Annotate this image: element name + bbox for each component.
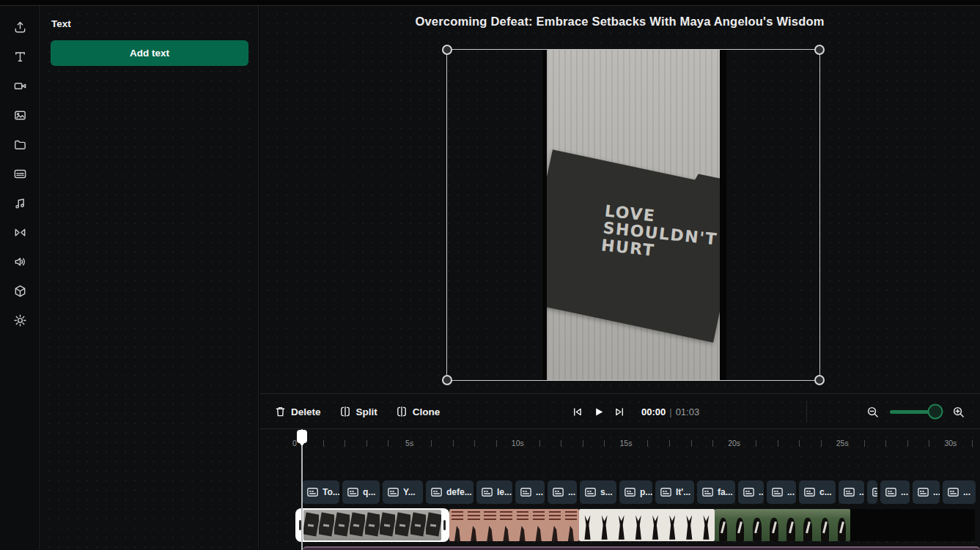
- caption-clip-label: ...: [859, 487, 864, 497]
- video-clip[interactable]: [850, 509, 975, 541]
- time-display: 00:00|01:03: [641, 406, 699, 417]
- video-clip[interactable]: [449, 509, 579, 541]
- caption-clip[interactable]: defe...: [426, 480, 474, 504]
- ruler-label: 5s: [405, 439, 413, 447]
- caption-clip[interactable]: To...: [302, 480, 339, 504]
- play-button[interactable]: [593, 406, 604, 417]
- ruler-label: 25s: [836, 439, 849, 447]
- video-thumbnail: [800, 509, 817, 541]
- caption-clip-label: It'...: [676, 487, 690, 497]
- sidebar-item-voice[interactable]: [5, 250, 34, 273]
- skip-to-end-button[interactable]: [614, 406, 625, 417]
- video-thumbnail: [748, 509, 765, 541]
- video-thumbnail: [833, 509, 850, 541]
- caption-clip[interactable]: q...: [342, 480, 380, 504]
- resize-handle-bottom-left[interactable]: [442, 375, 452, 385]
- sidebar-item-elements[interactable]: [5, 280, 34, 302]
- clone-button[interactable]: Clone: [396, 406, 441, 417]
- video-thumbnail: [850, 509, 975, 541]
- caption-clip[interactable]: le...: [476, 480, 512, 504]
- video-clip[interactable]: [715, 509, 850, 541]
- sidebar-item-media[interactable]: [5, 133, 34, 156]
- delete-button[interactable]: Delete: [275, 406, 321, 417]
- add-text-button[interactable]: Add text: [51, 40, 248, 66]
- caption-clip[interactable]: [867, 480, 877, 504]
- panel-title: Text: [51, 18, 248, 29]
- video-thumbnail: [395, 510, 410, 540]
- caption-clip[interactable]: ...: [913, 480, 940, 504]
- caption-clip[interactable]: ...: [767, 480, 796, 504]
- video-thumbnail: [715, 509, 732, 541]
- sidebar-item-audio[interactable]: [5, 192, 34, 215]
- playhead-handle[interactable]: [297, 430, 307, 443]
- caption-clip[interactable]: fa...: [697, 480, 735, 504]
- captions-icon: [482, 488, 493, 497]
- text-panel: Text Add text: [41, 6, 259, 550]
- zoom-out-icon[interactable]: [866, 406, 879, 418]
- images-icon: [13, 108, 27, 122]
- video-thumbnail: [698, 509, 715, 541]
- video-clip-selected[interactable]: [295, 508, 449, 542]
- ruler-tick: [323, 440, 324, 447]
- zoom-slider-handle[interactable]: [927, 404, 943, 420]
- sidebar-item-captions[interactable]: [5, 163, 34, 185]
- zoom-slider[interactable]: [890, 410, 941, 414]
- ruler-tick: [885, 440, 886, 447]
- elements-icon: [13, 284, 27, 298]
- caption-clip[interactable]: ...: [943, 480, 976, 504]
- captions-icon: [520, 488, 531, 497]
- caption-clip[interactable]: ...: [880, 480, 910, 504]
- preview-canvas[interactable]: Overcoming Defeat: Embrace Setbacks With…: [259, 6, 980, 393]
- video-thumbnail: [732, 509, 748, 541]
- selection-box[interactable]: LOVE SHOULDN'T HURT: [446, 49, 820, 381]
- ruler-tick: [864, 440, 865, 447]
- resize-handle-bottom-right[interactable]: [814, 375, 825, 385]
- current-time: 00:00: [641, 406, 666, 417]
- captions-icon: [702, 488, 713, 497]
- sidebar-item-upload[interactable]: [5, 16, 34, 39]
- caption-clip[interactable]: p...: [619, 480, 652, 504]
- caption-clip[interactable]: Y...: [383, 480, 423, 504]
- sidebar-item-record[interactable]: [5, 75, 34, 97]
- caption-clip[interactable]: It'...: [655, 480, 694, 504]
- sidebar-item-settings[interactable]: [5, 309, 34, 332]
- caption-clip-label: To...: [323, 487, 339, 497]
- ruler-tick: [388, 440, 388, 447]
- skip-to-start-button[interactable]: [572, 406, 583, 417]
- video-thumbnail: [563, 509, 579, 541]
- zoom-in-icon[interactable]: [952, 406, 965, 418]
- captions-icon: [625, 488, 635, 497]
- ruler-tick: [431, 440, 432, 447]
- split-icon: [339, 406, 351, 417]
- resize-handle-top-left[interactable]: [442, 45, 452, 55]
- caption-clip[interactable]: ...: [515, 480, 545, 504]
- caption-clip-label: ...: [787, 487, 795, 497]
- video-thumbnail: [426, 510, 441, 540]
- video-preview[interactable]: LOVE SHOULDN'T HURT: [542, 50, 726, 380]
- timeline[interactable]: 05s10s15s20s25s30s To...q...Y...defe...l…: [259, 428, 980, 550]
- playhead[interactable]: [301, 429, 303, 550]
- video-thumbnail: [350, 510, 365, 540]
- video-clip[interactable]: [579, 509, 715, 541]
- resize-handle-top-right[interactable]: [814, 45, 825, 55]
- sidebar-item-text[interactable]: [5, 45, 34, 68]
- sidebar-item-transitions[interactable]: [5, 221, 34, 244]
- caption-clip[interactable]: ...: [738, 480, 764, 504]
- caption-clip[interactable]: ...: [548, 480, 577, 504]
- sidebar-item-images[interactable]: [5, 104, 34, 127]
- captions-icon: [743, 488, 754, 497]
- sign-text: LOVE SHOULDN'T HURT: [600, 202, 720, 265]
- upload-icon: [13, 21, 27, 34]
- video-thumbnail: [630, 509, 646, 541]
- trim-handle-right[interactable]: [441, 510, 448, 540]
- captions-icon: [13, 167, 27, 181]
- transport-controls: 00:00|01:03: [572, 394, 699, 429]
- video-thumbnail: [449, 509, 465, 541]
- audio-track-clip[interactable]: [303, 546, 980, 550]
- caption-clip-label: defe...: [446, 487, 472, 497]
- caption-clip[interactable]: ...: [839, 480, 864, 504]
- sidebar: [0, 6, 40, 550]
- caption-clip[interactable]: s...: [580, 480, 616, 504]
- caption-clip[interactable]: c...: [799, 480, 836, 504]
- split-button[interactable]: Split: [339, 406, 377, 417]
